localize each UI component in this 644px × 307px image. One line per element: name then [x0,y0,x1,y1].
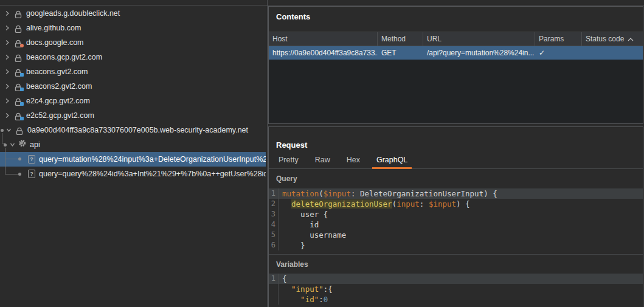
request-title: Request [269,127,643,150]
sitemap-query-row-selected[interactable]: ? query=mutation%28%24input%3a+DeleteOrg… [0,152,266,167]
code-line: 3 user { [269,209,643,219]
code-line: 5 username [269,230,643,240]
lock-icon [14,82,23,91]
host-label: alive.github.com [26,21,81,35]
chevron-right-icon[interactable] [4,10,10,16]
code-text: user { [279,209,328,219]
code-line: 1mutation($input: DeleteOrganizationUser… [269,188,643,199]
contents-title: Contents [269,7,643,32]
tree-node-dot [1,129,4,132]
column-header-method[interactable]: Method [378,32,423,46]
sitemap-host-row[interactable]: beacons.gvt2.com [0,64,266,79]
query-label: query=mutation%28%24input%3a+DeleteOrgan… [39,152,266,167]
code-text: username [279,230,346,240]
tree-connector [5,174,18,174]
request-tab-pretty[interactable]: Pretty [274,156,303,168]
code-line: "id":0 [269,294,643,305]
tree-connector [5,159,18,159]
burp-sitemap-view: googleads.g.doubleclick.net alive.github… [0,0,644,307]
chevron-right-icon[interactable] [4,83,10,89]
column-header-url[interactable]: URL [423,32,535,46]
host-label: e2c4.gcp.gvt2.com [26,94,90,108]
sitemap-host-row[interactable]: beacons.gcp.gvt2.com [0,50,266,64]
graphql-variables-editor[interactable]: 1{ "input":{ "id":0 [269,272,643,305]
chevron-right-icon[interactable] [4,69,10,75]
column-header-status-code[interactable]: Status code [582,32,643,46]
tree-node-dot [18,157,21,160]
line-number: 1 [269,274,279,284]
top-separator [0,5,644,5]
code-text: id [279,219,319,230]
chevron-down-icon[interactable] [5,128,12,133]
sitemap-host-row[interactable]: e2c4.gcp.gvt2.com [0,94,266,108]
chevron-right-icon[interactable] [4,54,10,60]
host-label: beacons.gvt2.com [26,64,88,79]
line-number: 1 [269,188,279,199]
chevron-down-icon[interactable] [9,142,15,147]
chevron-right-icon[interactable] [4,112,10,119]
chevron-right-icon[interactable] [4,98,10,104]
request-panel: Request Pretty Raw Hex GraphQL Query 1mu… [268,126,643,307]
variables-section-header: Variables [269,255,643,272]
table-header: Host Method URL Params Status code [269,32,643,46]
graphql-query-editor[interactable]: 1mutation($input: DeleteOrganizationUser… [269,187,643,255]
panel-splitter[interactable] [266,0,268,307]
lock-badge [20,88,24,91]
host-label: e2c52.gcp.gvt2.com [26,108,94,123]
column-header-params[interactable]: Params [535,32,582,46]
lock-icon [14,24,23,32]
sitemap-host-row[interactable]: beacons2.gvt2.com [0,79,266,94]
line-number [269,294,279,305]
chevron-right-icon[interactable] [4,40,10,46]
tree-connector [5,148,5,174]
code-text: "id":0 [279,294,328,305]
lock-icon [14,97,23,105]
lock-icon [14,9,23,18]
code-text: "input":{ [279,284,333,294]
request-tabs: Pretty Raw Hex GraphQL [269,152,643,169]
request-tab-graphql[interactable]: GraphQL [372,156,412,168]
gear-icon [18,137,26,152]
line-number: 6 [269,240,279,250]
line-number: 4 [269,219,279,230]
host-label: docs.google.com [26,35,84,50]
code-text: } [279,240,305,250]
query-document-icon: ? [28,170,35,178]
chevron-right-icon[interactable] [4,25,10,31]
host-label: googleads.g.doubleclick.net [26,6,120,21]
sitemap-folder-row-api[interactable]: api [0,137,266,152]
code-line: 6 } [269,240,643,250]
code-line: "input":{ [269,284,643,294]
code-text: { [279,274,287,284]
sitemap-host-row[interactable]: alive.github.com [0,21,266,35]
code-text: deleteOrganizationUser(input: $input) { [279,199,470,209]
lock-icon [15,126,24,134]
cell-status-code [582,46,643,60]
query-document-icon: ? [28,155,35,164]
detail-area: Contents Host Method URL Params Status c… [268,0,644,307]
sitemap-host-row-expanded[interactable]: 0a9e00d404ff3a9c8a733076007e005b.web-sec… [0,123,266,137]
lock-badge [20,44,24,47]
table-row[interactable]: https://0a9e00d404ff3a9c8a733... GET /ap… [269,46,643,60]
cell-params-checkmark-icon: ✓ [535,46,582,60]
sitemap-tree: googleads.g.doubleclick.net alive.github… [0,0,266,181]
cell-host: https://0a9e00d404ff3a9c8a733... [269,46,378,60]
query-label: query=query%28%24id%3a+Int%21%29+%7b%0a+… [39,167,266,181]
folder-label: api [30,137,40,152]
line-number: 5 [269,230,279,240]
column-header-host[interactable]: Host [269,32,378,46]
request-tab-raw[interactable]: Raw [311,156,334,168]
sitemap-host-row[interactable]: googleads.g.doubleclick.net [0,6,266,21]
code-line: 2 deleteOrganizationUser(input: $input) … [269,199,643,209]
code-line: 4 id [269,219,643,230]
line-number: 2 [269,199,279,209]
line-number [269,284,279,294]
request-tab-hex[interactable]: Hex [342,156,364,168]
lock-icon [14,111,23,120]
tree-connector [2,133,2,143]
sitemap-query-row[interactable]: ? query=query%28%24id%3a+Int%21%29+%7b%0… [0,167,266,181]
code-line: 1{ [269,274,643,284]
lock-badge [20,73,24,77]
sitemap-host-row[interactable]: e2c52.gcp.gvt2.com [0,108,266,123]
sitemap-host-row[interactable]: docs.google.com [0,35,266,50]
